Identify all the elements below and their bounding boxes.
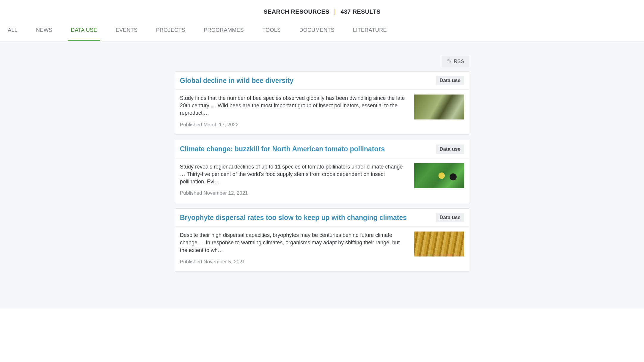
tab-tools[interactable]: TOOLS xyxy=(259,22,284,41)
header-separator: | xyxy=(334,8,336,15)
result-description: Despite their high dispersal capacities,… xyxy=(180,232,408,254)
tab-all[interactable]: ALL xyxy=(5,22,21,41)
results-count-label: 437 RESULTS xyxy=(341,8,381,15)
result-tag: Data use xyxy=(436,76,464,85)
tab-news[interactable]: NEWS xyxy=(33,22,55,41)
result-title-link[interactable]: Climate change: buzzkill for North Ameri… xyxy=(180,145,385,153)
search-resources-label: SEARCH RESOURCES xyxy=(263,8,329,15)
tab-documents[interactable]: DOCUMENTS xyxy=(296,22,337,41)
rss-button[interactable]: RSS xyxy=(442,56,469,67)
rss-icon xyxy=(447,59,451,64)
result-title-link[interactable]: Global decline in wild bee diversity xyxy=(180,76,293,85)
result-thumbnail xyxy=(414,232,464,256)
result-card-body: Study finds that the number of bee speci… xyxy=(175,90,469,134)
results-area: RSS Global decline in wild bee diversity… xyxy=(0,41,644,309)
result-text: Study reveals regional declines of up to… xyxy=(180,163,408,196)
result-card-head: Bryophyte dispersal rates too slow to ke… xyxy=(175,209,469,227)
result-card-head: Climate change: buzzkill for North Ameri… xyxy=(175,140,469,158)
result-published-date: Published November 5, 2021 xyxy=(180,259,408,265)
result-title-link[interactable]: Bryophyte dispersal rates too slow to ke… xyxy=(180,213,407,222)
result-card: Climate change: buzzkill for North Ameri… xyxy=(175,140,469,203)
tab-events[interactable]: EVENTS xyxy=(113,22,141,41)
result-text: Despite their high dispersal capacities,… xyxy=(180,232,408,265)
rss-label: RSS xyxy=(454,59,464,64)
search-header: SEARCH RESOURCES | 437 RESULTS xyxy=(0,0,644,22)
svg-point-0 xyxy=(447,62,448,62)
result-card: Global decline in wild bee diversityData… xyxy=(175,71,469,135)
tab-literature[interactable]: LITERATURE xyxy=(350,22,390,41)
result-description: Study finds that the number of bee speci… xyxy=(180,95,408,117)
result-tag: Data use xyxy=(436,213,464,222)
result-card: Bryophyte dispersal rates too slow to ke… xyxy=(175,208,469,272)
result-published-date: Published March 17, 2022 xyxy=(180,122,408,128)
tab-programmes[interactable]: PROGRAMMES xyxy=(201,22,247,41)
tabs-bar: ALLNEWSDATA USEEVENTSPROJECTSPROGRAMMEST… xyxy=(0,22,644,41)
tab-data-use[interactable]: DATA USE xyxy=(68,22,100,41)
result-text: Study finds that the number of bee speci… xyxy=(180,95,408,128)
result-tag: Data use xyxy=(436,144,464,154)
result-description: Study reveals regional declines of up to… xyxy=(180,163,408,186)
result-card-body: Study reveals regional declines of up to… xyxy=(175,158,469,203)
result-thumbnail xyxy=(414,95,464,119)
result-card-head: Global decline in wild bee diversityData… xyxy=(175,72,469,90)
result-thumbnail xyxy=(414,163,464,188)
result-card-body: Despite their high dispersal capacities,… xyxy=(175,227,469,271)
result-published-date: Published November 12, 2021 xyxy=(180,190,408,196)
tab-projects[interactable]: PROJECTS xyxy=(153,22,188,41)
